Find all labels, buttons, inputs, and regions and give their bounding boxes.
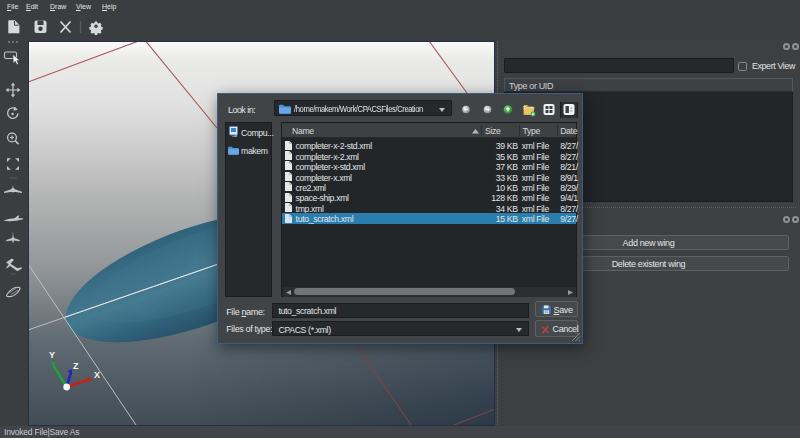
svg-text:Z: Z bbox=[73, 361, 79, 371]
svg-text:X: X bbox=[94, 370, 100, 380]
svg-text:Y: Y bbox=[49, 350, 55, 360]
